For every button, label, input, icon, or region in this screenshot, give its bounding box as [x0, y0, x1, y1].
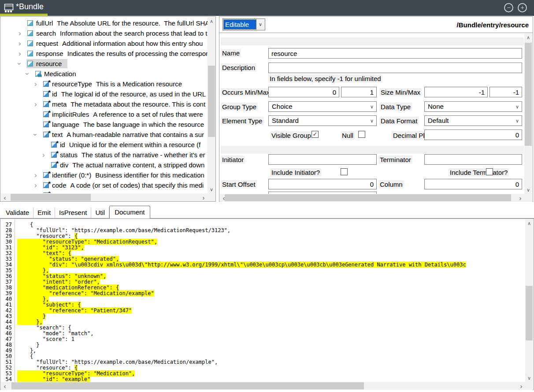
include-initiator-checkbox[interactable] [341, 168, 348, 175]
tree-row[interactable]: resource [1, 59, 208, 69]
data-format-select[interactable]: Default [424, 115, 522, 126]
tree-node-label: response [36, 50, 63, 57]
scroll-down-icon[interactable] [208, 185, 215, 193]
tree-chevron-icon[interactable] [34, 181, 42, 189]
bottom-tab[interactable]: Emit [33, 207, 55, 218]
document-horizontal-scrollbar[interactable] [1, 382, 525, 390]
element-type-value: Standard [272, 117, 299, 124]
select-dropdown-icon [515, 102, 519, 111]
tree-chevron-icon[interactable] [19, 30, 26, 37]
tree-row[interactable]: div The actual narrative content, a stri… [1, 160, 208, 170]
collapse-button[interactable]: − [504, 3, 513, 12]
size-max-input[interactable] [490, 87, 522, 97]
tree-chevron-icon[interactable] [19, 40, 26, 47]
tree-vscroll-thumb[interactable] [208, 66, 215, 137]
properties-vertical-scrollbar[interactable] [524, 33, 532, 194]
group-type-select[interactable]: Choice [268, 101, 377, 112]
tree-row[interactable]: request Additional information about how… [1, 38, 208, 48]
properties-vscroll-thumb[interactable] [525, 43, 532, 146]
json-editor[interactable]: 27 { 28 "fullUrl": "https://example.com/… [1, 219, 525, 382]
decimal-places-input[interactable] [424, 129, 522, 140]
tree-row[interactable]: id The logical id of the resource, as us… [1, 89, 208, 99]
name-input[interactable] [268, 48, 522, 59]
null-checkbox[interactable] [358, 131, 365, 138]
tree-chevron-icon[interactable] [19, 60, 26, 67]
scroll-down-icon[interactable] [525, 374, 533, 382]
editable-mode-select[interactable]: Editable [222, 18, 265, 30]
gutter-separator [15, 219, 15, 382]
code-line: 46 "mode": "match", [1, 331, 525, 337]
element-type-select[interactable]: Standard [268, 115, 377, 126]
tree-row[interactable]: response Indicates the results of proces… [1, 48, 208, 59]
properties-horizontal-scrollbar[interactable] [220, 194, 524, 202]
tree-vertical-scrollbar[interactable] [208, 17, 215, 193]
scroll-up-icon[interactable] [525, 219, 533, 227]
scroll-right-icon[interactable] [517, 382, 525, 390]
include-terminator-checkbox[interactable] [486, 168, 493, 175]
visible-group-checkbox[interactable] [312, 131, 319, 138]
close-tab-icon[interactable]: × [40, 0, 44, 14]
element-type-label: Element Type [221, 117, 263, 125]
tree-row[interactable]: status The status of the narrative - whe… [1, 150, 208, 160]
document-vscroll-thumb[interactable] [526, 286, 533, 340]
description-input[interactable] [268, 63, 522, 73]
initiator-input[interactable] [268, 154, 377, 165]
tree-node-icon [27, 20, 33, 26]
data-type-select[interactable]: None [424, 101, 522, 112]
scroll-right-icon[interactable] [516, 194, 524, 202]
bottom-tab[interactable]: Util [91, 207, 109, 218]
tree-chevron-icon[interactable] [34, 171, 42, 179]
scroll-down-icon[interactable] [524, 186, 532, 194]
properties-hscroll-thumb[interactable] [225, 194, 511, 201]
tree-row[interactable]: identifier (0:*) Business identifier for… [1, 170, 208, 180]
tree-row[interactable]: search Information about the search proc… [1, 28, 208, 38]
bottom-tab[interactable]: Validate [2, 207, 33, 218]
scroll-left-icon[interactable] [1, 382, 9, 390]
code-plain-text: "resource": [17, 233, 74, 239]
tree-node-description: The status of the narrative - whether it… [82, 151, 205, 159]
tree-row[interactable]: Medication [1, 69, 208, 79]
start-offset-input[interactable] [268, 179, 377, 189]
tree-row[interactable]: fullUrl The Absolute URL for the resourc… [1, 18, 208, 28]
tree-row[interactable]: language The base language in which the … [1, 119, 208, 129]
tree-chevron-icon[interactable] [42, 151, 50, 159]
code-highlighted-text: }, [17, 319, 43, 325]
tree-chevron-icon[interactable] [34, 131, 42, 138]
tree-row[interactable]: resourceType This is a Medication resour… [1, 79, 208, 89]
tree-row[interactable]: status A code to indicate if the medicat… [1, 190, 208, 193]
occurs-min-input[interactable] [268, 87, 339, 97]
bottom-tab[interactable]: IsPresent [55, 207, 91, 218]
tree-chevron-icon[interactable] [34, 80, 42, 88]
name-label: Name [221, 49, 241, 57]
terminator-input[interactable] [424, 154, 522, 165]
column-input[interactable] [424, 179, 522, 189]
tree-row[interactable]: id Unique id for the element within a re… [1, 140, 208, 150]
tree-chevron-icon[interactable] [19, 50, 26, 57]
tree-chevron-icon[interactable] [26, 70, 34, 78]
tree-row[interactable]: code A code (or set of codes) that speci… [1, 180, 208, 190]
tree-row[interactable]: meta The metadata about the resource. Th… [1, 99, 208, 109]
properties-header: Editable /Bundle/entry/resource [219, 17, 533, 33]
scroll-right-icon[interactable] [200, 193, 208, 201]
tree-node-icon [43, 81, 49, 87]
tree-chevron-icon[interactable] [34, 100, 42, 108]
tree-row[interactable]: implicitRules A reference to a set of ru… [1, 109, 208, 119]
bottom-tab-label: Emit [37, 209, 51, 216]
scroll-up-icon[interactable] [208, 17, 215, 25]
code-highlighted-text: }, [17, 296, 49, 302]
document-vertical-scrollbar[interactable] [525, 219, 533, 382]
scroll-left-icon[interactable] [1, 193, 9, 201]
document-hscroll-thumb[interactable] [11, 382, 364, 389]
tree-hscroll-thumb[interactable] [11, 194, 91, 201]
tree-row[interactable]: text A human-readable narrative that con… [1, 129, 208, 140]
combo-dropdown-icon[interactable] [256, 19, 265, 30]
bottom-tab[interactable]: Document [109, 206, 150, 218]
tree-node-icon [51, 142, 57, 148]
expand-button[interactable]: + [518, 3, 527, 12]
size-min-input[interactable] [424, 87, 488, 97]
scroll-up-icon[interactable] [524, 33, 532, 41]
occurs-max-input[interactable] [341, 87, 377, 97]
code-line: 44 }, [1, 319, 525, 325]
tree-horizontal-scrollbar[interactable] [1, 193, 208, 201]
tree-node-label: identifier (0:*) [52, 171, 91, 179]
